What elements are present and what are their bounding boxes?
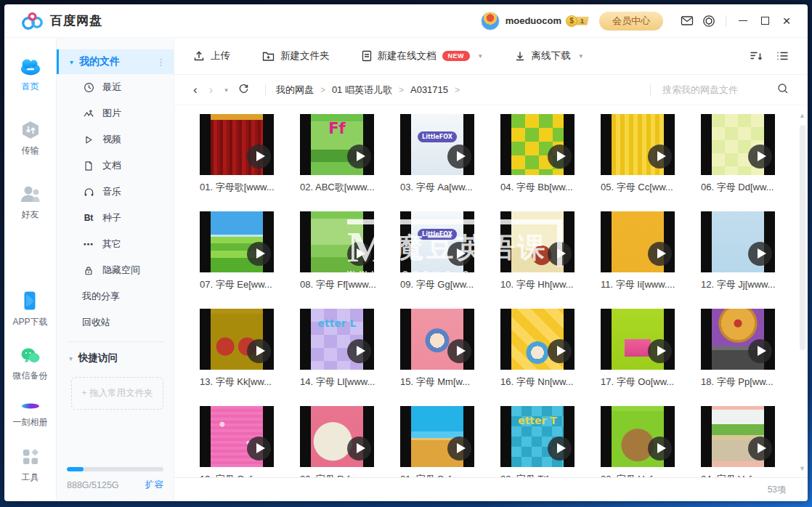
scroll-down-icon[interactable]: ▼ [799,465,805,472]
file-name[interactable]: 03. 字母 Aa[ww... [400,181,500,194]
new-online-doc-button[interactable]: 新建在线文档 NEW ▾ [362,49,482,62]
rail-item-home[interactable]: 首页 [18,57,43,93]
play-button-icon[interactable] [347,145,371,169]
sidebar-item-videos[interactable]: 视频 [57,126,174,153]
file-item[interactable]: 18. 字母 Pp[ww... [701,309,801,406]
file-name[interactable]: 02. ABC歌[www... [300,181,400,194]
file-item[interactable]: 19. 字母 Qq[w... [200,406,300,477]
play-button-icon[interactable] [447,339,471,363]
breadcrumb-segment-current[interactable]: A031715 [410,84,448,95]
file-name[interactable]: 16. 字母 Nn[ww... [500,376,601,389]
play-button-icon[interactable] [648,242,672,266]
file-name[interactable]: 14. 字母 Ll[www... [300,376,400,389]
play-button-icon[interactable] [347,437,371,461]
play-button-icon[interactable] [447,437,471,461]
play-button-icon[interactable] [347,242,371,266]
file-thumbnail[interactable] [601,114,675,175]
refresh-button[interactable] [238,84,249,97]
file-thumbnail[interactable] [200,114,274,175]
file-item[interactable]: 06. 字母 Dd[ww... [701,114,801,211]
close-button[interactable]: × [776,10,797,32]
file-name[interactable]: 24. 字母 Vv[ww... [701,473,801,477]
play-button-icon[interactable] [648,339,672,363]
file-thumbnail[interactable] [500,309,575,370]
play-button-icon[interactable] [648,437,672,461]
file-name[interactable]: 01. 字母歌[www... [200,181,300,194]
file-item[interactable]: 17. 字母 Oo[ww... [601,309,701,406]
file-name[interactable]: 04. 字母 Bb[ww... [500,181,601,194]
play-button-icon[interactable] [548,437,572,461]
sidebar-item-my-files[interactable]: ▾ 我的文件 ⋮ [57,49,174,74]
sidebar-item-my-share[interactable]: 我的分享 [57,283,174,309]
username[interactable]: moeduocom [506,15,561,26]
play-button-icon[interactable] [247,339,271,363]
file-name[interactable]: 08. 字母 Ff[www... [300,278,400,291]
more-options-icon[interactable]: ⋮ [156,57,166,68]
breadcrumb-segment-root[interactable]: 我的网盘 [276,84,314,97]
play-button-icon[interactable] [447,242,471,266]
settings-gear-icon[interactable] [698,10,720,32]
rail-item-wechat-backup[interactable]: 微信备份 [13,347,48,382]
file-thumbnail[interactable] [701,309,775,370]
file-item[interactable]: LittleFOX 03. 字母 Aa[ww... [400,114,500,211]
expand-storage-link[interactable]: 扩容 [145,479,163,491]
offline-download-button[interactable]: 离线下载 ▾ [514,49,583,62]
play-button-icon[interactable] [748,437,772,461]
rail-item-friends[interactable]: 好友 [20,184,41,221]
file-name[interactable]: 17. 字母 Oo[ww... [601,376,701,389]
file-name[interactable]: 07. 字母 Ee[ww... [200,278,300,291]
sidebar-item-hidden-space[interactable]: 隐藏空间 [57,257,174,283]
file-item[interactable]: 05. 字母 Cc[ww... [601,114,701,211]
file-item[interactable]: 12. 字母 Jj[www... [701,211,801,309]
file-item[interactable]: 01. 字母歌[www... [200,114,300,211]
play-button-icon[interactable] [748,242,772,266]
rail-item-app-download[interactable]: APP下载 [12,291,47,328]
play-button-icon[interactable] [247,437,271,461]
file-name[interactable]: 22. 字母 Tt[ww... [500,473,601,477]
member-level-badge[interactable]: $ 1 [566,15,589,27]
file-item[interactable]: Ff 02. ABC歌[www... [300,114,400,211]
file-thumbnail[interactable] [200,406,274,467]
file-thumbnail[interactable] [400,406,474,467]
play-button-icon[interactable] [548,242,572,266]
play-button-icon[interactable] [648,145,672,169]
user-avatar[interactable] [481,12,500,31]
list-view-button[interactable] [776,51,789,61]
file-name[interactable]: 19. 字母 Qq[w... [200,473,300,477]
file-item[interactable]: 20. 字母 Rr[ww... [300,406,400,477]
sidebar-item-recent[interactable]: 最近 [57,74,174,100]
breadcrumb-segment-folder[interactable]: 01 唱英语儿歌 [332,84,392,97]
file-thumbnail[interactable] [400,309,474,370]
file-thumbnail[interactable] [200,309,274,370]
caret-down-icon[interactable]: ▾ [580,52,583,60]
file-thumbnail[interactable] [701,406,775,467]
file-name[interactable]: 06. 字母 Dd[ww... [701,181,801,194]
file-thumbnail[interactable] [601,211,675,272]
file-item[interactable]: 15. 字母 Mm[w... [400,309,500,406]
sidebar-item-others[interactable]: ⋯ 其它 [57,231,174,257]
sort-order-button[interactable] [750,50,763,62]
sidebar-item-documents[interactable]: 文档 [57,153,174,179]
sidebar-item-recycle-bin[interactable]: 回收站 [57,309,174,336]
maximize-button[interactable] [754,10,776,32]
sidebar-item-bt-seeds[interactable]: Bt 种子 [57,205,174,231]
file-item[interactable]: 23. 字母 Uu[ww... [601,406,701,477]
play-button-icon[interactable] [748,145,772,169]
file-thumbnail[interactable] [300,211,374,272]
upload-button[interactable]: 上传 [193,49,230,62]
file-thumbnail[interactable] [200,211,274,272]
minimize-button[interactable] [732,10,754,32]
file-item[interactable]: 13. 字母 Kk[ww... [200,309,300,406]
sidebar-item-pictures[interactable]: 图片 [57,100,174,126]
file-item[interactable]: 07. 字母 Ee[ww... [200,211,300,309]
play-button-icon[interactable] [748,339,772,363]
search-input[interactable] [662,84,771,95]
file-item[interactable]: LittleFOX 09. 字母 Gg[ww... [400,211,500,309]
file-thumbnail[interactable]: Ff [300,114,374,175]
play-button-icon[interactable] [548,339,572,363]
file-name[interactable]: 20. 字母 Rr[ww... [300,473,400,477]
file-name[interactable]: 15. 字母 Mm[w... [400,376,500,389]
sidebar-item-music[interactable]: 音乐 [57,179,174,205]
forward-button[interactable]: › [209,84,214,96]
history-caret-icon[interactable]: ▾ [224,86,228,94]
